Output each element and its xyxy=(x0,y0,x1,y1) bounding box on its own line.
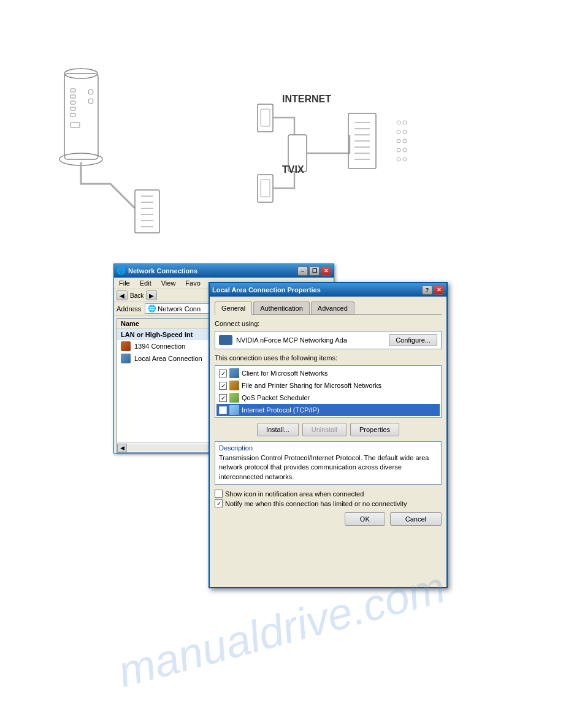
tab-general[interactable]: General xyxy=(215,301,252,315)
checkbox-client[interactable] xyxy=(219,370,227,377)
lac-title: Local Area Connection Properties xyxy=(212,286,321,294)
list-item-tcpip[interactable]: Internet Protocol (TCP/IP) xyxy=(216,404,440,416)
item-lan-icon xyxy=(121,354,131,363)
install-button[interactable]: Install... xyxy=(257,423,299,436)
svg-rect-3 xyxy=(71,89,75,92)
list-item-client[interactable]: Client for Microsoft Networks xyxy=(216,367,440,379)
minimize-button[interactable]: – xyxy=(297,267,308,276)
show-icon-checkbox[interactable] xyxy=(215,490,223,498)
lac-close-button[interactable]: ✕ xyxy=(434,286,444,295)
tabs-container: General Authentication Advanced xyxy=(215,301,442,315)
description-section: Description Transmission Control Protoco… xyxy=(215,441,442,485)
uninstall-button[interactable]: Uninstall xyxy=(302,423,347,436)
menu-favorites[interactable]: Favo xyxy=(183,279,202,287)
svg-point-31 xyxy=(397,121,400,124)
forward-button[interactable]: ▶ xyxy=(146,290,157,300)
svg-point-9 xyxy=(88,89,93,94)
connect-using-box: NVIDIA nForce MCP Networking Ada Configu… xyxy=(215,331,442,349)
show-icon-item: Show icon in notification area when conn… xyxy=(215,490,442,498)
tab-advanced[interactable]: Advanced xyxy=(311,301,354,314)
label-file-sharing: File and Printer Sharing for Microsoft N… xyxy=(242,382,381,389)
titlebar-buttons: – ❐ ✕ xyxy=(297,267,331,276)
menu-view[interactable]: View xyxy=(159,279,178,287)
checkbox-file-sharing[interactable] xyxy=(219,382,227,390)
items-label: This connection uses the following items… xyxy=(215,354,442,362)
svg-rect-6 xyxy=(71,107,75,110)
svg-text:INTERNET: INTERNET xyxy=(282,94,331,104)
cancel-button[interactable]: Cancel xyxy=(390,512,442,526)
svg-rect-8 xyxy=(71,123,80,127)
tab-authentication[interactable]: Authentication xyxy=(253,301,310,314)
address-icon: 🌐 xyxy=(148,305,156,313)
description-text: Transmission Control Protocol/Internet P… xyxy=(219,453,437,482)
ok-button[interactable]: OK xyxy=(345,512,385,526)
icon-file-sharing xyxy=(229,381,239,390)
description-label: Description xyxy=(219,444,437,452)
checkbox-qos[interactable] xyxy=(219,394,227,402)
svg-point-35 xyxy=(397,139,400,143)
network-connections-icon: 🌐 xyxy=(117,267,126,275)
svg-point-10 xyxy=(88,99,93,104)
lac-titlebar: Local Area Connection Properties ? ✕ xyxy=(210,283,446,297)
notify-item: Notify me when this connection has limit… xyxy=(215,499,442,507)
scroll-left[interactable]: ◀ xyxy=(117,444,127,452)
menu-edit[interactable]: Edit xyxy=(137,279,154,287)
svg-rect-18 xyxy=(258,104,273,132)
item-lan-label: Local Area Connection xyxy=(134,355,202,362)
svg-rect-0 xyxy=(64,74,98,159)
svg-rect-20 xyxy=(258,175,273,202)
item-1394-icon xyxy=(121,341,131,351)
network-connections-titlebar: 🌐 Network Connections – ❐ ✕ xyxy=(114,264,334,278)
svg-rect-19 xyxy=(261,109,270,126)
properties-button[interactable]: Properties xyxy=(350,423,399,436)
items-list: Client for Microsoft Networks File and P… xyxy=(215,366,441,417)
back-label: Back xyxy=(130,292,144,299)
network-connections-title: Network Connections xyxy=(128,267,197,275)
diagram-area: INTERNET TVIX xyxy=(0,0,563,257)
label-qos: QoS Packet Scheduler xyxy=(242,394,310,401)
svg-point-36 xyxy=(403,139,407,143)
notification-area: Show icon in notification area when conn… xyxy=(215,490,442,507)
svg-point-33 xyxy=(397,130,400,134)
svg-point-38 xyxy=(403,148,407,152)
configure-button[interactable]: Configure... xyxy=(389,334,437,346)
address-value: Network Conn xyxy=(158,305,201,313)
svg-point-32 xyxy=(403,121,407,124)
svg-point-37 xyxy=(397,148,400,152)
svg-text:TVIX: TVIX xyxy=(282,164,304,175)
items-section: Client for Microsoft Networks File and P… xyxy=(215,365,442,418)
help-button[interactable]: ? xyxy=(422,286,432,295)
connect-using-label: Connect using: xyxy=(215,320,442,327)
list-item-qos[interactable]: QoS Packet Scheduler xyxy=(216,392,440,404)
adapter-name: NVIDIA nForce MCP Networking Ada xyxy=(236,336,385,344)
icon-client xyxy=(229,368,239,378)
action-buttons: Install... Uninstall Properties xyxy=(215,423,442,436)
icon-tcpip xyxy=(229,405,239,415)
svg-rect-21 xyxy=(261,180,270,197)
svg-rect-7 xyxy=(71,113,75,116)
restore-button[interactable]: ❐ xyxy=(309,267,320,276)
dialog-buttons: OK Cancel xyxy=(215,512,442,526)
show-icon-label: Show icon in notification area when conn… xyxy=(225,490,364,498)
address-label: Address xyxy=(117,305,141,313)
label-client: Client for Microsoft Networks xyxy=(242,370,328,377)
svg-point-40 xyxy=(403,157,407,161)
menu-file[interactable]: File xyxy=(117,279,132,287)
notify-label: Notify me when this connection has limit… xyxy=(225,500,407,507)
svg-point-39 xyxy=(397,157,400,161)
item-1394-label: 1394 Connection xyxy=(134,343,185,350)
checkbox-tcpip[interactable] xyxy=(219,406,227,414)
lac-properties-dialog: Local Area Connection Properties ? ✕ Gen… xyxy=(209,282,448,588)
label-tcpip: Internet Protocol (TCP/IP) xyxy=(242,406,320,414)
lac-content: General Authentication Advanced Connect … xyxy=(210,297,446,531)
svg-rect-4 xyxy=(71,95,75,98)
nc-close-button[interactable]: ✕ xyxy=(321,267,331,276)
svg-rect-5 xyxy=(71,101,75,104)
list-item-file-sharing[interactable]: File and Printer Sharing for Microsoft N… xyxy=(216,379,440,392)
icon-qos xyxy=(229,393,239,403)
notify-checkbox[interactable] xyxy=(215,499,223,507)
adapter-icon xyxy=(219,335,232,345)
lac-titlebar-buttons: ? ✕ xyxy=(422,286,444,295)
svg-point-34 xyxy=(403,130,407,134)
back-button[interactable]: ◀ xyxy=(117,290,128,300)
